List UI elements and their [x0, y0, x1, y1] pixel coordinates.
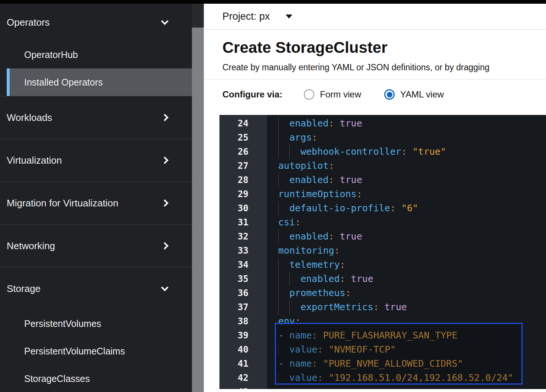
code-line: autopilot: [267, 159, 546, 173]
indent-guide [267, 286, 278, 300]
code-line: default-io-profile: "6" [267, 201, 546, 215]
indent-guide [267, 201, 278, 215]
sidebar-item-persistentvolumeclaims[interactable]: PersistentVolumeClaims [7, 337, 192, 365]
sidebar-item-label: StorageClasses [24, 373, 90, 384]
sidebar-section-header-virtualization[interactable]: Virtualization [0, 139, 192, 181]
code-line-text: - name: "PURE_NVME_ALLOWED_CIDRS" [278, 357, 463, 371]
indent-guide [267, 159, 278, 173]
line-number: 24 [219, 116, 248, 131]
indent-guide [267, 173, 278, 187]
indent-guide [278, 371, 289, 385]
code-line: env: [267, 314, 546, 328]
line-number: 41 [219, 357, 248, 371]
line-number: 35 [219, 272, 248, 286]
line-number: 43 [219, 385, 248, 389]
radio-form-view-label: Form view [320, 89, 361, 100]
sidebar-section-header-networking[interactable]: Networking [0, 225, 192, 267]
radio-selected-icon [384, 89, 395, 100]
indent-guide [278, 272, 289, 286]
indent-guide [278, 229, 289, 244]
sidebar-section-header-migration-for-virtualization[interactable]: Migration for Virtualization [0, 182, 192, 224]
page-title: Create StorageCluster [222, 39, 546, 57]
page-description: Create by manually entering YAML or JSON… [222, 62, 546, 73]
indent-guide [267, 300, 278, 314]
code-line: monitoring: [267, 244, 546, 258]
code-line-text: enabled: true [301, 272, 373, 286]
line-number: 31 [219, 215, 248, 229]
indent-guide [267, 314, 278, 328]
sidebar-section-header-workloads[interactable]: Workloads [0, 96, 192, 139]
code-line-text: enabled: true [289, 229, 362, 244]
indent-guide [267, 258, 278, 272]
project-dropdown-label: Project: px [222, 11, 270, 22]
sidebar-section-operators: OperatorsOperatorHubInstalled Operators [0, 4, 192, 96]
yaml-editor[interactable]: 2425262728293031323334353637383940414243… [219, 115, 546, 389]
indent-guide [267, 244, 278, 258]
code-line-text: default-io-profile: "6" [289, 201, 418, 215]
sidebar-item-label: PersistentVolumeClaims [24, 346, 125, 357]
chevron-right-icon [161, 157, 168, 164]
line-number: 25 [219, 131, 248, 145]
indent-guide [278, 300, 289, 314]
code-line: - name: "PURE_NVME_ALLOWED_CIDRS" [267, 357, 546, 371]
code-line-text: exportMetrics: true [301, 300, 407, 314]
line-number: 33 [219, 244, 248, 258]
code-line-text: args: [289, 131, 317, 145]
code-line: value: "NVMEOF-TCP" [267, 343, 546, 357]
line-number: 27 [219, 159, 248, 173]
top-bar [0, 0, 546, 4]
line-number: 40 [219, 343, 248, 357]
editor-code-area[interactable]: enabled: trueargs:webhook-controller: "t… [267, 115, 546, 389]
code-line-text: runtimeOptions: [278, 187, 362, 201]
indent-guide [289, 272, 301, 286]
code-line: csi: [267, 215, 546, 229]
code-line [267, 385, 546, 389]
indent-guide [267, 328, 278, 343]
code-line: webhook-controller: "true" [267, 145, 546, 159]
indent-guide [289, 145, 301, 159]
sidebar-nav: OperatorsOperatorHubInstalled OperatorsW… [0, 4, 192, 392]
code-line-text: autopilot: [278, 159, 334, 173]
code-line-text: value: "NVMEOF-TCP" [289, 343, 396, 357]
indent-guide [278, 258, 289, 272]
sidebar-item-persistentvolumes[interactable]: PersistentVolumes [7, 310, 192, 337]
line-number: 26 [219, 145, 248, 159]
indent-guide [267, 371, 278, 385]
indent-guide [278, 201, 289, 215]
project-dropdown[interactable]: Project: px [204, 4, 546, 30]
indent-guide [267, 272, 278, 286]
indent-guide [267, 357, 278, 371]
code-line: - name: PURE_FLASHARRAY_SAN_TYPE [267, 328, 546, 343]
sidebar-section-label: Operators [7, 17, 162, 28]
sidebar-section-workloads: Workloads [0, 96, 192, 139]
radio-yaml-view[interactable]: YAML view [384, 89, 444, 100]
sidebar-section-migration-for-virtualization: Migration for Virtualization [0, 181, 192, 224]
code-line: value: "192.168.51.0/24,192.168.52.0/24" [267, 371, 546, 385]
indent-guide [267, 145, 278, 159]
code-line: runtimeOptions: [267, 187, 546, 201]
code-line: enabled: true [267, 272, 546, 286]
sidebar-section-header-storage[interactable]: Storage [0, 267, 192, 310]
sidebar-item-storageclasses[interactable]: StorageClasses [7, 365, 192, 392]
sidebar-scrollbar-thumb[interactable] [192, 28, 204, 392]
indent-guide [278, 173, 289, 187]
code-line: enabled: true [267, 116, 546, 131]
line-number: 37 [219, 300, 248, 314]
sidebar-section-storage: StoragePersistentVolumesPersistentVolume… [0, 267, 192, 392]
code-line-text: - name: PURE_FLASHARRAY_SAN_TYPE [278, 328, 457, 343]
configure-via-row: Configure via: Form view YAML view [204, 80, 546, 100]
configure-via-label: Configure via: [222, 89, 282, 100]
indent-guide [278, 131, 289, 145]
sidebar-item-installed-operators[interactable]: Installed Operators [7, 68, 192, 96]
code-line-text: enabled: true [289, 173, 362, 187]
chevron-down-icon [161, 284, 168, 291]
line-number: 42 [219, 371, 248, 385]
sidebar-item-label: OperatorHub [24, 49, 78, 60]
sidebar-section-header-operators[interactable]: Operators [0, 4, 192, 41]
sidebar-item-operatorhub[interactable]: OperatorHub [7, 41, 192, 68]
code-line: prometheus: [267, 286, 546, 300]
code-line-text: webhook-controller: "true" [301, 145, 446, 159]
caret-down-icon [286, 15, 292, 19]
radio-form-view[interactable]: Form view [304, 89, 361, 100]
indent-guide [278, 145, 289, 159]
